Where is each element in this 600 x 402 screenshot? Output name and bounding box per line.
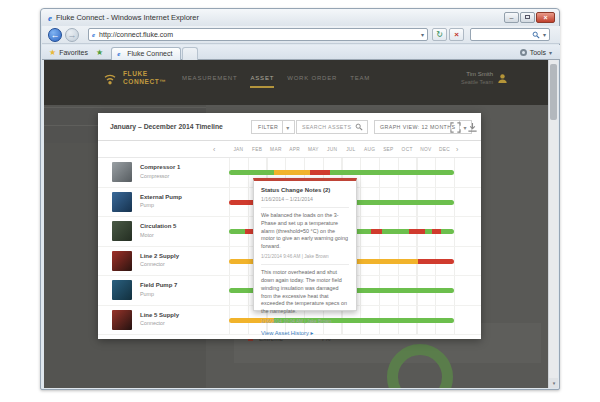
nav-item-asset[interactable]: ASSET (250, 75, 274, 88)
asset-type: Pump (140, 202, 182, 208)
modal-header: January – December 2014 Timeline FILTER … (98, 113, 481, 141)
status-segment-red (371, 229, 382, 234)
popup-title: Status Change Notes (2) (261, 187, 349, 193)
prev-months-icon[interactable]: ‹ (213, 141, 215, 158)
browser-tab[interactable]: e Fluke Connect (111, 47, 181, 60)
screenshot-canvas: e Fluke Connect - Windows Internet Explo… (0, 0, 600, 402)
search-dropdown-icon[interactable]: ▾ (543, 31, 546, 38)
asset-thumbnail (112, 162, 132, 182)
asset-thumbnail (112, 310, 132, 330)
asset-name: Compressor 1 (140, 164, 180, 170)
address-bar[interactable]: e http://connect.fluke.com ▾ (88, 28, 428, 41)
status-timeline-bar[interactable] (229, 170, 454, 175)
nav-item-measurement[interactable]: MEASUREMENT (182, 75, 237, 88)
status-segment-red (409, 229, 425, 234)
user-icon[interactable] (497, 73, 508, 84)
asset-info: Line 5 SupplyConnector (140, 312, 179, 327)
scrollbar-thumb[interactable] (550, 64, 557, 120)
search-placeholder: SEARCH ASSETS (302, 124, 351, 130)
page-content: FLUKE CONNECT™ MEASUREMENTASSETWORK ORDE… (44, 60, 558, 388)
filter-button[interactable]: FILTER ▾ (251, 120, 295, 134)
tools-dropdown-icon: ▾ (549, 49, 552, 56)
address-dropdown-icon[interactable]: ▾ (421, 31, 424, 38)
favorites-bar: ★ Favorites ★ e Fluke Connect Tools ▾ (42, 45, 560, 60)
asset-thumbnail (112, 192, 132, 212)
status-segment-yellow (274, 170, 310, 175)
link-arrow-icon: ▸ (311, 330, 314, 336)
asset-search-input[interactable]: SEARCH ASSETS (296, 120, 368, 134)
forward-button[interactable]: → (65, 28, 79, 42)
status-note: This motor overheated and shut down agai… (261, 264, 349, 324)
view-asset-history-label: View Asset History (261, 330, 309, 336)
user-block[interactable]: Tim Smith Seattle Team (461, 71, 493, 85)
graph-view-label: GRAPH VIEW: 12 MONTHS (380, 124, 455, 130)
asset-thumbnail (112, 251, 132, 271)
favorites-star-icon[interactable]: ★ (49, 48, 56, 57)
user-team: Seattle Team (461, 79, 493, 85)
maximize-button[interactable] (520, 12, 535, 23)
month-label: AUG (360, 141, 379, 158)
refresh-button[interactable]: ↻ (432, 28, 447, 41)
asset-thumbnail (112, 280, 132, 300)
nav-item-team[interactable]: TEAM (350, 75, 370, 88)
app-nav: MEASUREMENTASSETWORK ORDERTEAM (182, 75, 370, 88)
add-favorite-icon[interactable]: ★ (96, 48, 103, 57)
title-bar[interactable]: e Fluke Connect - Windows Internet Explo… (41, 9, 559, 26)
minimize-button[interactable]: – (504, 12, 519, 23)
month-label: JAN (229, 141, 248, 158)
maximize-icon (525, 15, 530, 19)
status-segment-green (229, 170, 274, 175)
browser-search-box[interactable]: ▾ (470, 28, 550, 41)
view-asset-history-link[interactable]: View Asset History ▸ (261, 330, 349, 336)
asset-info: External PumpPump (140, 194, 182, 209)
asset-type: Connector (140, 320, 179, 326)
status-segment-green (425, 229, 432, 234)
asset-name: Line 2 Supply (140, 253, 179, 259)
month-label: JUL (342, 141, 361, 158)
next-months-icon[interactable]: › (456, 141, 458, 158)
window-title: Fluke Connect - Windows Internet Explore… (56, 13, 504, 22)
close-button[interactable]: × (536, 12, 555, 23)
month-label: SEP (379, 141, 398, 158)
filter-dropdown-icon: ▾ (286, 124, 289, 131)
modal-title: January – December 2014 Timeline (110, 123, 223, 130)
month-label: OCT (398, 141, 417, 158)
download-icon[interactable] (467, 122, 478, 133)
asset-info: Compressor 1Compressor (140, 164, 180, 179)
asset-type: Motor (140, 232, 176, 238)
tools-menu[interactable]: Tools ▾ (520, 49, 560, 56)
favorites-button[interactable]: Favorites (59, 49, 88, 56)
asset-name: External Pump (140, 194, 182, 200)
asset-name: Line 5 Supply (140, 312, 179, 318)
asset-name: Field Pump 7 (140, 282, 177, 288)
tab-label: Fluke Connect (127, 50, 172, 57)
month-label: NOV (417, 141, 436, 158)
filter-label: FILTER (258, 124, 278, 130)
asset-info: Line 2 SupplyConnector (140, 253, 179, 268)
new-tab-stub[interactable] (182, 47, 198, 60)
ie-favicon-icon: e (48, 13, 52, 23)
browser-navbar: ← → e http://connect.fluke.com ▾ ↻ × ▾ (42, 26, 560, 44)
month-label: FEB (248, 141, 267, 158)
nav-item-work-order[interactable]: WORK ORDER (287, 75, 337, 88)
month-label: MAY (304, 141, 323, 158)
note-text: We balanced the loads on the 3-Phase and… (261, 212, 349, 251)
back-button[interactable]: ← (48, 28, 62, 42)
stop-button[interactable]: × (449, 28, 464, 41)
status-segment-red (310, 170, 330, 175)
note-meta: 1/16/2014 10:04 AM | Jake Brown (261, 319, 349, 324)
tools-label: Tools (530, 49, 546, 56)
gear-icon (520, 49, 527, 56)
status-segment-green (229, 229, 245, 234)
search-icon (532, 31, 540, 39)
page-scrollbar[interactable]: ▾ (548, 60, 558, 388)
month-axis: ‹ JANFEBMARAPRMAYJUNJULAUGSEPOCTNOVDEC › (98, 141, 481, 158)
browser-window: e Fluke Connect - Windows Internet Explo… (40, 8, 560, 390)
tab-favicon-icon: e (117, 50, 120, 58)
divider (282, 120, 283, 134)
scroll-down-button[interactable]: ▾ (549, 378, 558, 388)
logo-text-top: FLUKE (123, 70, 166, 78)
asset-info: Field Pump 7Pump (140, 282, 177, 297)
expand-icon[interactable] (450, 122, 461, 133)
fluke-connect-logo: FLUKE CONNECT™ (102, 70, 166, 86)
